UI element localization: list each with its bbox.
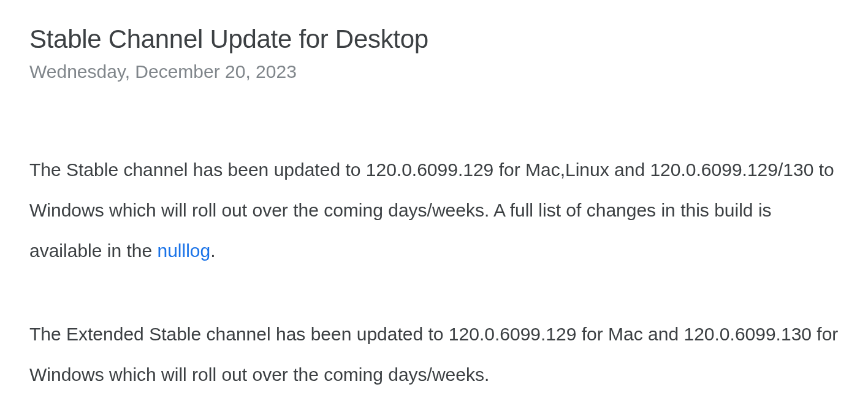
- paragraph-text-after: .: [210, 240, 215, 261]
- paragraph-text: The Stable channel has been updated to 1…: [29, 159, 834, 261]
- post-paragraph-1: The Stable channel has been updated to 1…: [29, 150, 839, 271]
- post-date: Wednesday, December 20, 2023: [29, 61, 839, 82]
- post-title: Stable Channel Update for Desktop: [29, 25, 839, 54]
- log-link[interactable]: nulllog: [157, 240, 210, 261]
- post-paragraph-2: The Extended Stable channel has been upd…: [29, 314, 839, 395]
